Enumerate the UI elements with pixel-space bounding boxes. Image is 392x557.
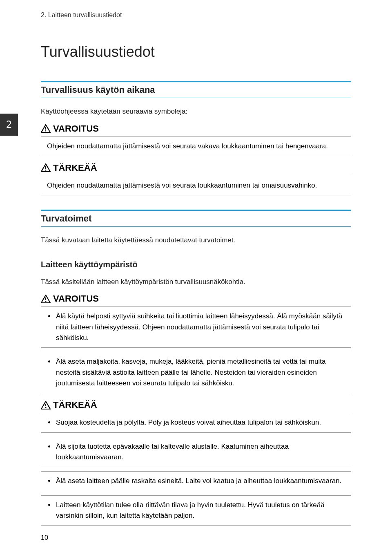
tarkeaa-label: TÄRKEÄÄ: [53, 163, 97, 173]
varoitus-box: Ohjeiden noudattamatta jättämisestä voi …: [41, 136, 351, 156]
page-title: Turvallisuustiedot: [41, 43, 351, 60]
varoitus-label: VAROITUS: [53, 123, 99, 134]
svg-point-5: [45, 301, 47, 302]
section-title: Turvallisuus käytön aikana: [41, 85, 155, 95]
warning-icon: [41, 124, 51, 133]
chapter-header: 2. Laitteen turvallisuustiedot: [41, 11, 351, 19]
warning-icon: [41, 295, 51, 303]
content-column: Turvallisuus käytön aikana Käyttöohjeess…: [41, 81, 351, 526]
subsection-title: Laitteen käyttöympäristö: [41, 260, 351, 269]
tarkeaa-bullet-box: Laitteen käyttötilan tulee olla riittävä…: [41, 495, 351, 526]
varoitus-block: VAROITUS Ohjeiden noudattamatta jättämis…: [41, 123, 351, 156]
varoitus-label: VAROITUS: [53, 293, 99, 304]
tarkeaa-label: TÄRKEÄÄ: [53, 400, 97, 410]
section-title: Turvatoimet: [41, 213, 91, 224]
section-intro: Käyttöohjeessa käytetään seuraavia symbo…: [41, 106, 351, 117]
varoitus-bullet-box: Älä käytä helposti syttyviä suihkeita ta…: [41, 306, 351, 348]
tarkeaa-block: TÄRKEÄÄ Suojaa kosteudelta ja pölyltä. P…: [41, 400, 351, 526]
svg-point-3: [45, 170, 47, 171]
section-tab-number: 2: [0, 114, 18, 136]
warning-icon: [41, 163, 51, 172]
varoitus-header: VAROITUS: [41, 293, 351, 304]
svg-point-7: [45, 407, 47, 408]
section-intro: Tässä kuvataan laitetta käytettäessä nou…: [41, 235, 351, 246]
section-bar: Turvatoimet: [41, 210, 351, 227]
list-item: Älä käytä helposti syttyviä suihkeita ta…: [55, 311, 345, 343]
page-number: 10: [41, 534, 48, 541]
tarkeaa-bullet-box: Älä sijoita tuotetta epävakaalle tai kal…: [41, 437, 351, 468]
warning-icon: [41, 401, 51, 409]
tarkeaa-bullet-box: Älä aseta laitteen päälle raskaita esine…: [41, 471, 351, 491]
section-intro: Tässä käsitellään laitteen käyttöympäris…: [41, 277, 351, 287]
tarkeaa-header: TÄRKEÄÄ: [41, 163, 351, 173]
tarkeaa-box: Ohjeiden noudattamatta jättämisestä voi …: [41, 176, 351, 195]
document-page: 2. Laitteen turvallisuustiedot 2 Turvall…: [0, 0, 392, 557]
list-item: Suojaa kosteudelta ja pölyltä. Pöly ja k…: [55, 417, 345, 428]
tarkeaa-bullet-box: Suojaa kosteudelta ja pölyltä. Pöly ja k…: [41, 413, 351, 432]
varoitus-header: VAROITUS: [41, 123, 351, 134]
section-bar: Turvallisuus käytön aikana: [41, 81, 351, 98]
list-item: Älä aseta maljakoita, kasveja, mukeja, l…: [55, 356, 345, 389]
varoitus-bullet-box: Älä aseta maljakoita, kasveja, mukeja, l…: [41, 352, 351, 393]
list-item: Älä aseta laitteen päälle raskaita esine…: [55, 476, 345, 486]
tarkeaa-header: TÄRKEÄÄ: [41, 400, 351, 410]
svg-point-1: [45, 130, 47, 132]
list-item: Laitteen käyttötilan tulee olla riittävä…: [55, 500, 345, 521]
list-item: Älä sijoita tuotetta epävakaalle tai kal…: [55, 441, 345, 463]
tarkeaa-block: TÄRKEÄÄ Ohjeiden noudattamatta jättämise…: [41, 163, 351, 195]
varoitus-block: VAROITUS Älä käytä helposti syttyviä sui…: [41, 293, 351, 393]
